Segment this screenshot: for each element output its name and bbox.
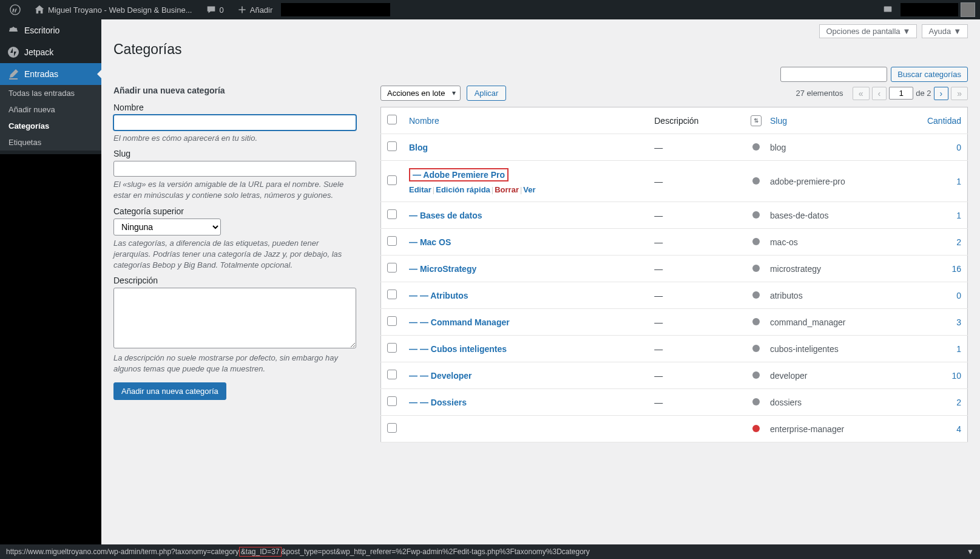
cell-count[interactable]: 3: [919, 309, 968, 336]
cell-name[interactable]: — — Developer: [403, 362, 648, 389]
cell-slug: dossiers: [764, 389, 919, 416]
select-all[interactable]: [387, 115, 397, 124]
cell-count[interactable]: 2: [919, 389, 968, 416]
cell-slug: microstrategy: [764, 256, 919, 282]
bulk-actions-select[interactable]: Acciones en lote: [380, 86, 461, 101]
cell-name[interactable]: — Mac OS: [403, 229, 648, 256]
menu-posts[interactable]: Entradas: [0, 63, 101, 85]
site-link[interactable]: Miguel Troyano - Web Design & Busine...: [29, 4, 197, 15]
row-checkbox[interactable]: [387, 209, 397, 219]
cell-dot: [748, 256, 764, 282]
row-checkbox[interactable]: [387, 236, 397, 246]
cell-name[interactable]: Blog: [403, 134, 648, 161]
page-first: «: [853, 87, 870, 100]
cell-count[interactable]: 10: [919, 362, 968, 389]
slug-field[interactable]: [113, 161, 356, 177]
page-of: de 2: [916, 89, 931, 98]
col-count[interactable]: Cantidad: [919, 107, 968, 134]
form-heading: Añadir una nueva categoría: [113, 86, 356, 95]
menu-jetpack[interactable]: Jetpack: [0, 41, 101, 63]
cell-count[interactable]: 1: [919, 161, 968, 202]
cell-desc: —: [648, 309, 748, 336]
page-title: Categorías: [113, 41, 968, 58]
avatar[interactable]: [961, 2, 975, 17]
action-edit[interactable]: Editar: [409, 185, 431, 194]
cell-slug: enterprise-manager: [764, 416, 919, 442]
cell-dot: [748, 134, 764, 161]
menu-dashboard[interactable]: Escritorio: [0, 19, 101, 41]
help-button[interactable]: Ayuda ▼: [922, 24, 968, 38]
notifications-icon[interactable]: [877, 4, 898, 15]
cell-count[interactable]: 16: [919, 256, 968, 282]
name-label: Nombre: [113, 103, 356, 112]
search-input[interactable]: [780, 67, 887, 82]
cell-count[interactable]: 0: [919, 282, 968, 309]
admin-sidebar: Escritorio Jetpack Entradas Todas las en…: [0, 19, 101, 544]
add-new[interactable]: Añadir: [232, 5, 278, 15]
cell-desc: —: [648, 202, 748, 229]
cell-name[interactable]: — — Command Manager: [403, 309, 648, 336]
cell-name[interactable]: — — Atributos: [403, 282, 648, 309]
row-checkbox[interactable]: [387, 141, 397, 151]
page-current[interactable]: [889, 87, 913, 100]
cell-slug: bases-de-datos: [764, 202, 919, 229]
table-row: — Mac OS — mac-os 2: [381, 229, 968, 256]
cell-count[interactable]: 0: [919, 134, 968, 161]
cell-name[interactable]: — MicroStrategy: [403, 256, 648, 282]
cell-name[interactable]: — Adobe Premiere ProEditar|Edición rápid…: [403, 161, 648, 202]
col-desc[interactable]: Descripción: [648, 107, 748, 134]
row-checkbox[interactable]: [387, 290, 397, 299]
sub-categories[interactable]: Categorías: [0, 118, 101, 134]
sub-add-new[interactable]: Añadir nueva: [0, 101, 101, 118]
svg-point-2: [8, 47, 19, 58]
page-last: »: [951, 87, 968, 100]
col-status-icon[interactable]: ⇅: [748, 107, 764, 134]
submit-button[interactable]: Añadir una nueva categoría: [113, 382, 226, 400]
cell-desc: —: [648, 389, 748, 416]
row-checkbox[interactable]: [387, 423, 397, 433]
col-name[interactable]: Nombre: [403, 107, 648, 134]
table-row: enterprise-manager 4: [381, 416, 968, 442]
cell-desc: —: [648, 336, 748, 362]
status-url-right: &post_type=post&wp_http_referer=%2Fwp-ad…: [282, 547, 590, 556]
action-quick[interactable]: Edición rápida: [436, 185, 490, 194]
comments-link[interactable]: 0: [201, 4, 229, 15]
cell-dot: [748, 362, 764, 389]
search-button[interactable]: Buscar categorías: [891, 67, 968, 82]
cell-slug: cubos-inteligentes: [764, 336, 919, 362]
cell-count[interactable]: 2: [919, 229, 968, 256]
parent-select[interactable]: Ninguna: [113, 219, 221, 235]
cell-dot: [748, 161, 764, 202]
row-checkbox[interactable]: [387, 343, 397, 353]
col-slug[interactable]: Slug: [764, 107, 919, 134]
cell-count[interactable]: 1: [919, 336, 968, 362]
page-next[interactable]: ›: [934, 87, 949, 100]
cell-dot: [748, 416, 764, 442]
sub-all-posts[interactable]: Todas las entradas: [0, 85, 101, 101]
row-checkbox[interactable]: [387, 263, 397, 273]
name-field[interactable]: [113, 115, 356, 130]
desc-field[interactable]: [113, 288, 356, 348]
cell-name[interactable]: [403, 416, 648, 442]
cell-dot: [748, 309, 764, 336]
status-url-mid: &tag_ID=37: [239, 547, 282, 557]
action-view[interactable]: Ver: [523, 185, 535, 194]
cell-name[interactable]: — Bases de datos: [403, 202, 648, 229]
screen-options-button[interactable]: Opciones de pantalla ▼: [819, 24, 917, 38]
cell-count[interactable]: 1: [919, 202, 968, 229]
cell-count[interactable]: 4: [919, 416, 968, 442]
row-checkbox[interactable]: [387, 370, 397, 379]
cell-slug: developer: [764, 362, 919, 389]
action-delete[interactable]: Borrar: [495, 185, 519, 194]
cell-name[interactable]: — — Dossiers: [403, 389, 648, 416]
row-checkbox[interactable]: [387, 175, 397, 185]
sub-tags[interactable]: Etiquetas: [0, 134, 101, 151]
cell-name[interactable]: — — Cubos inteligentes: [403, 336, 648, 362]
apply-button[interactable]: Aplicar: [467, 86, 507, 101]
cell-desc: —: [648, 134, 748, 161]
wp-logo[interactable]: [5, 4, 25, 15]
row-checkbox[interactable]: [387, 316, 397, 326]
adminbar-redacted: [281, 3, 390, 16]
row-checkbox[interactable]: [387, 396, 397, 406]
submenu-posts: Todas las entradas Añadir nueva Categorí…: [0, 85, 101, 151]
